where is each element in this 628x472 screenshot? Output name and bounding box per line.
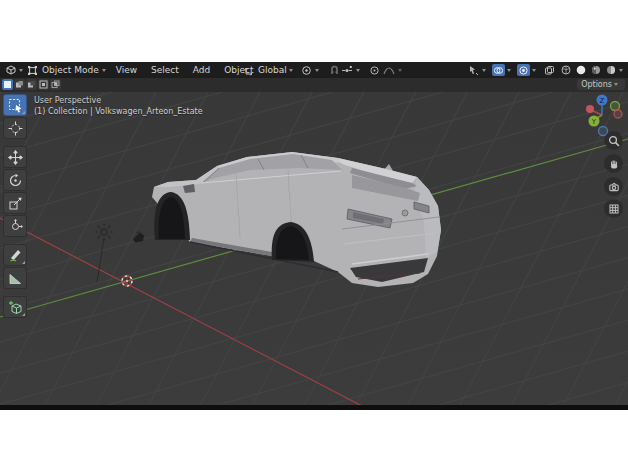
select-mode-extend[interactable]	[14, 79, 25, 90]
snap-magnet-icon[interactable]	[328, 64, 341, 77]
select-mode-invert[interactable]	[38, 79, 49, 90]
gizmo-axis-y[interactable]: Y	[589, 116, 600, 127]
overlays-chevron-icon[interactable]	[507, 69, 511, 72]
editor-type-3d-viewport-icon[interactable]	[4, 64, 17, 77]
proportional-falloff-icon[interactable]	[383, 64, 396, 77]
toolbar	[3, 94, 27, 318]
menu-select[interactable]: Select	[144, 65, 186, 75]
snap-target-icon[interactable]	[341, 64, 354, 77]
shading-chevron-icon[interactable]	[619, 69, 623, 72]
tool-transform[interactable]	[3, 215, 27, 237]
editor-type-chevron-icon[interactable]	[19, 69, 23, 72]
tool-select-box[interactable]	[3, 94, 27, 116]
snap-chevron-icon[interactable]	[356, 69, 360, 72]
select-mode-subtract[interactable]	[26, 79, 37, 90]
active-object-label: (1) Collection | Volkswagen_Arteon_Estat…	[34, 106, 203, 117]
shading-rendered-icon[interactable]	[604, 64, 617, 77]
orientation-label[interactable]: Global	[258, 65, 287, 75]
show-xray-sphere-icon[interactable]	[517, 64, 530, 76]
gizmo-axis-x-neg[interactable]	[614, 110, 622, 118]
zoom-button[interactable]	[605, 132, 622, 149]
gizmo-axis-x[interactable]	[586, 105, 594, 113]
pivot-point-icon[interactable]	[300, 64, 313, 77]
tool-scale[interactable]	[3, 192, 27, 214]
3d-cursor[interactable]	[122, 276, 132, 286]
tool-rotate[interactable]	[3, 169, 27, 191]
options-dropdown[interactable]: Options	[577, 79, 625, 90]
select-mode-intersect[interactable]	[50, 79, 61, 90]
window-bottom-edge	[0, 405, 628, 410]
3d-viewport[interactable]: User Perspective (1) Collection | Volksw…	[0, 92, 628, 405]
shading-wireframe-icon[interactable]	[559, 64, 572, 77]
show-overlays-icon[interactable]	[492, 64, 505, 76]
tool-annotate[interactable]	[3, 244, 27, 266]
menu-view[interactable]: View	[109, 65, 144, 75]
blender-window: Object Mode View Select Add Object Globa…	[0, 62, 628, 410]
pan-hand-button[interactable]	[605, 155, 622, 172]
select-mode-set[interactable]	[2, 79, 13, 90]
menu-add[interactable]: Add	[186, 65, 217, 75]
options-chevron-icon	[614, 83, 618, 86]
shading-solid-icon[interactable]	[574, 64, 587, 77]
viewport-overlay-text: User Perspective (1) Collection | Volksw…	[34, 95, 203, 117]
view-name-label: User Perspective	[34, 95, 203, 106]
tool-move[interactable]	[3, 146, 27, 168]
proportional-editing-icon[interactable]	[368, 64, 381, 77]
svg-text:Y: Y	[591, 118, 597, 126]
object-mode-icon	[26, 64, 39, 77]
transform-orientation-icon	[243, 64, 256, 77]
falloff-chevron-icon[interactable]	[398, 69, 402, 72]
options-label: Options	[581, 80, 612, 89]
shading-material-preview-icon[interactable]	[589, 64, 602, 77]
gizmo-axis-z[interactable]: Z	[597, 95, 608, 106]
svg-text:Z: Z	[600, 97, 605, 105]
select-mode-group	[2, 79, 61, 90]
show-gizmo-icon[interactable]	[467, 64, 480, 77]
tool-measure[interactable]	[3, 267, 27, 289]
xray-sphere-chevron-icon[interactable]	[532, 69, 536, 72]
camera-view-button[interactable]	[605, 178, 622, 195]
tool-add-cube[interactable]	[3, 296, 27, 318]
orientation-chevron-icon[interactable]	[289, 69, 293, 72]
toggle-perspective-button[interactable]	[605, 200, 622, 217]
tool-cursor[interactable]	[3, 117, 27, 139]
mode-select-label[interactable]: Object Mode	[42, 65, 99, 75]
viewport-header: Object Mode View Select Add Object Globa…	[0, 62, 628, 78]
gizmo-chevron-icon[interactable]	[482, 69, 486, 72]
scene-canvas[interactable]	[0, 92, 628, 405]
pivot-chevron-icon[interactable]	[315, 69, 319, 72]
mode-select-chevron-icon[interactable]	[102, 69, 106, 72]
toggle-xray-icon[interactable]	[543, 64, 556, 77]
gizmo-axis-y-neg[interactable]	[611, 102, 620, 111]
tool-settings-bar: Options	[0, 78, 628, 92]
